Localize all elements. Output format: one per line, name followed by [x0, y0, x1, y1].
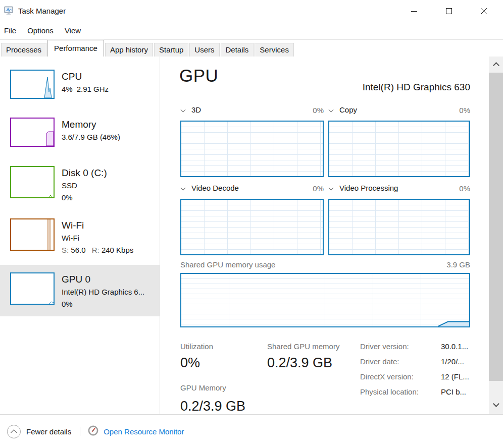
chevron-up-circle-icon	[7, 425, 21, 438]
chevron-down-icon[interactable]	[329, 186, 334, 191]
chevron-down-icon[interactable]	[329, 107, 334, 113]
chart-header-3d: 3D 0%	[180, 105, 324, 117]
disk-usage: 0%	[62, 192, 107, 204]
scroll-down-button[interactable]	[489, 399, 503, 412]
resource-monitor-link[interactable]: Open Resource Monitor	[88, 425, 184, 438]
wifi-mini-chart	[10, 218, 55, 251]
chart-video-processing	[328, 199, 470, 255]
chart-header-video-processing: Video Processing 0%	[328, 184, 470, 195]
tab-processes[interactable]: Processes	[1, 43, 46, 57]
chart-header-copy: Copy 0%	[328, 105, 470, 117]
titlebar: Task Manager	[0, 0, 503, 21]
chart-value: 0%	[313, 106, 324, 115]
gpu-detail-panel: GPU Intel(R) HD Graphics 630 3D 0% Copy …	[160, 57, 489, 414]
disk-mini-chart	[10, 166, 55, 198]
scrollbar-thumb[interactable]	[489, 73, 503, 381]
gpu-usage: 0%	[62, 298, 144, 310]
driver-date-value: 1/20/...	[441, 357, 464, 366]
tab-performance[interactable]: Performance	[47, 40, 104, 57]
fewer-details-button[interactable]: Fewer details	[7, 425, 71, 438]
gpu-title: GPU 0	[62, 273, 144, 286]
chart-video-decode	[180, 199, 324, 255]
driver-date-label: Driver date:	[360, 357, 399, 366]
menubar: File Options View	[0, 22, 503, 39]
footer-separator	[80, 427, 80, 436]
gpu-name-truncated: Intel(R) HD Graphics 6...	[62, 286, 144, 298]
chevron-down-icon[interactable]	[181, 186, 186, 191]
disk-type: SSD	[62, 180, 107, 192]
tab-services[interactable]: Services	[255, 43, 294, 57]
tab-startup[interactable]: Startup	[154, 43, 188, 57]
wifi-throughput: S: 56.0 R: 240 Kbps	[62, 244, 133, 256]
vertical-scrollbar[interactable]	[489, 57, 503, 414]
menu-item-file[interactable]: File	[4, 26, 16, 35]
physical-location-label: Physical location:	[360, 387, 419, 396]
tab-app-history[interactable]: App history	[105, 43, 153, 57]
chevron-down-icon[interactable]	[181, 107, 186, 113]
sidebar-item-memory[interactable]: Memory 3.6/7.9 GB (46%)	[0, 118, 160, 147]
shared-memory-chart-label: Shared GPU memory usage	[180, 260, 275, 269]
chart-value: 0%	[459, 106, 470, 115]
chevron-up-icon	[493, 62, 499, 69]
chart-3d	[180, 121, 324, 177]
minimize-button[interactable]	[409, 6, 420, 16]
fewer-details-label: Fewer details	[26, 427, 71, 436]
performance-sidebar: CPU 4%2.91 GHz Memory 3.6/7.9 GB (46%)	[0, 57, 160, 414]
menu-item-options[interactable]: Options	[27, 26, 54, 35]
shared-gpu-memory-value: 0.2/3.9 GB	[267, 355, 332, 371]
tab-users[interactable]: Users	[189, 43, 219, 57]
tab-bar: Processes Performance App history Startu…	[0, 39, 503, 57]
gpu-memory-label: GPU Memory	[180, 383, 226, 392]
chart-label: Video Decode	[191, 184, 239, 192]
cpu-stats: 4%2.91 GHz	[62, 83, 109, 95]
chart-shared-gpu-memory	[180, 273, 470, 327]
chart-value: 0%	[459, 184, 470, 193]
gpu-memory-value: 0.2/3.9 GB	[180, 399, 245, 414]
maximize-button[interactable]	[443, 6, 455, 16]
gpu-mini-chart	[10, 272, 55, 305]
window-title: Task Manager	[18, 7, 66, 15]
chevron-down-icon	[493, 401, 499, 407]
memory-stats: 3.6/7.9 GB (46%)	[62, 131, 120, 143]
resource-monitor-icon	[88, 425, 98, 438]
chart-label: Copy	[339, 105, 357, 114]
chart-label: Video Processing	[339, 184, 398, 192]
sidebar-item-gpu[interactable]: GPU 0 Intel(R) HD Graphics 6... 0%	[0, 265, 160, 316]
menu-item-view[interactable]: View	[65, 26, 81, 35]
shared-gpu-memory-label: Shared GPU memory	[267, 342, 339, 351]
disk-title: Disk 0 (C:)	[62, 166, 107, 180]
chart-header-video-decode: Video Decode 0%	[180, 184, 324, 195]
utilization-value: 0%	[180, 355, 200, 371]
scroll-up-button[interactable]	[489, 58, 503, 71]
task-manager-window: { "window": { "title": "Task Manager" },…	[0, 0, 503, 448]
resource-monitor-label: Open Resource Monitor	[104, 427, 184, 436]
chart-value: 0%	[313, 184, 324, 193]
cpu-mini-chart	[10, 70, 55, 99]
directx-version-value: 12 (FL...	[441, 372, 469, 381]
shared-memory-chart-max: 3.9 GB	[446, 260, 470, 269]
wifi-title: Wi-Fi	[62, 219, 133, 232]
physical-location-value: PCI b...	[441, 387, 466, 396]
task-manager-app-icon	[4, 6, 14, 16]
tab-details[interactable]: Details	[221, 43, 254, 57]
memory-mini-chart	[10, 118, 55, 147]
page-title: GPU	[179, 66, 218, 86]
sidebar-item-disk[interactable]: Disk 0 (C:) SSD 0%	[0, 166, 160, 204]
gpu-full-name: Intel(R) HD Graphics 630	[363, 82, 470, 93]
performance-content: CPU 4%2.91 GHz Memory 3.6/7.9 GB (46%)	[0, 57, 503, 414]
chart-label: 3D	[191, 105, 201, 114]
close-button[interactable]	[478, 6, 489, 16]
driver-version-value: 30.0.1...	[441, 342, 468, 351]
shared-memory-usage-line	[438, 320, 469, 326]
directx-version-label: DirectX version:	[360, 372, 414, 381]
cpu-title: CPU	[62, 70, 109, 83]
sidebar-item-cpu[interactable]: CPU 4%2.91 GHz	[0, 70, 160, 99]
sidebar-item-wifi[interactable]: Wi-Fi Wi-Fi S: 56.0 R: 240 Kbps	[0, 218, 160, 256]
shared-memory-chart-header: Shared GPU memory usage 3.9 GB	[180, 260, 470, 271]
utilization-label: Utilization	[180, 342, 213, 351]
memory-title: Memory	[62, 118, 120, 131]
footer-bar: Fewer details Open Resource Monitor	[0, 415, 503, 448]
wifi-adapter: Wi-Fi	[62, 232, 133, 244]
driver-version-label: Driver version:	[360, 342, 409, 351]
chart-copy	[328, 121, 470, 177]
